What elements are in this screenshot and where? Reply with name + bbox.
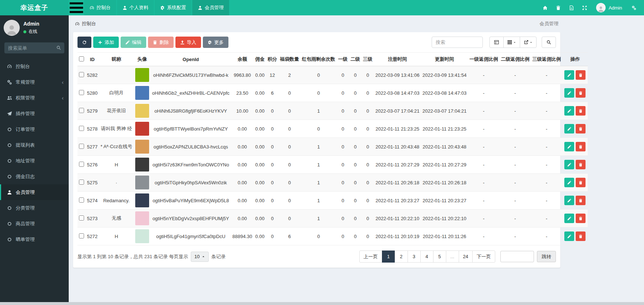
import-button[interactable]: 导入 [175,37,201,48]
edit-button[interactable]: 编辑 [121,37,146,48]
column-header[interactable]: 积分 [266,53,279,66]
edit-row-button[interactable] [564,160,574,169]
row-checkbox[interactable] [79,144,84,149]
delete-row-button[interactable] [576,106,586,116]
column-header[interactable]: 三级返佣比例 [531,53,562,66]
column-header[interactable]: 头像 [134,53,151,66]
column-header[interactable]: 红包雨剩余次数 [300,53,337,66]
delete-row-button[interactable] [576,160,586,169]
page-button-24[interactable]: 24 [459,251,473,263]
table-search-input[interactable] [432,37,483,48]
column-header[interactable]: 福袋数量 [279,53,300,66]
column-header[interactable]: 一级返佣比例 [468,53,499,66]
user-menu[interactable]: Admin [591,3,627,12]
column-header[interactable]: 更新时间 [421,53,468,66]
page-button-2[interactable]: 2 [395,251,408,263]
sidebar-item-晒单管理[interactable]: 晒单管理 [0,231,69,247]
nav-tab-gear[interactable]: 系统配置 [155,0,192,15]
add-button[interactable]: 添加 [93,37,119,48]
page-button-...[interactable]: ... [446,251,459,263]
page-button-5[interactable]: 5 [433,251,446,263]
delete-row-button[interactable] [576,142,586,151]
edit-row-button[interactable] [564,88,574,98]
sidebar-item-佣金日志[interactable]: 佣金日志 [0,169,69,184]
row-checkbox[interactable] [79,72,84,77]
column-header[interactable]: ID [86,53,99,66]
settings-cogs-icon[interactable] [627,0,640,15]
sidebar-search-input[interactable] [4,42,64,53]
table-search-button[interactable] [542,37,556,48]
page-button-1[interactable]: 1 [382,251,395,263]
nav-tab-user[interactable]: 会员管理 [192,0,229,15]
delete-button[interactable]: 删除 [148,37,174,48]
nav-tab-user[interactable]: 个人资料 [117,0,154,15]
column-header[interactable]: 昵称 [99,53,134,66]
edit-row-button[interactable] [564,142,574,151]
delete-row-button[interactable] [576,178,586,187]
nav-tab-tachometer[interactable]: 控制台 [84,0,116,15]
page-button-4[interactable]: 4 [420,251,433,263]
jump-page-input[interactable] [500,251,534,262]
next-page-button[interactable]: 下一页 [472,251,495,263]
prev-page-button[interactable]: 上一页 [359,251,382,263]
search-icon[interactable] [56,45,61,50]
page-button-3[interactable]: 3 [408,251,421,263]
column-header[interactable]: 佣金 [254,53,266,66]
home-icon[interactable] [538,0,552,15]
refresh-button[interactable] [77,37,91,48]
edit-row-button[interactable] [564,124,574,133]
edit-row-button[interactable] [564,196,574,205]
edit-row-button[interactable] [564,178,574,187]
sidebar-item-插件管理[interactable]: 插件管理 [0,106,69,121]
column-header[interactable]: 二级 [349,53,361,66]
sidebar-item-常规管理[interactable]: 常规管理‹ [0,74,69,90]
breadcrumb-left[interactable]: 控制台 [82,20,96,27]
column-header[interactable]: 二级返佣比例 [499,53,531,66]
delete-row-button[interactable] [576,88,586,98]
edit-row-button[interactable] [564,231,574,241]
page-size-dropdown[interactable]: 10 [191,252,209,262]
sidebar-item-地址管理[interactable]: 地址管理 [0,153,69,169]
sidebar-item-会员管理[interactable]: 会员管理 [0,184,69,200]
column-header[interactable]: 三级 [361,53,374,66]
delete-row-button[interactable] [576,70,586,80]
jump-button[interactable]: 跳转 [537,251,556,262]
sidebar-item-控制台[interactable]: 控制台 [0,59,69,74]
delete-row-button[interactable] [576,124,586,133]
column-header[interactable]: 一级 [337,53,349,66]
delete-row-button[interactable] [576,196,586,205]
sidebar-item-提现列表[interactable]: 提现列表 [0,137,69,153]
delete-row-button[interactable] [576,214,586,223]
edit-row-button[interactable] [564,70,574,80]
sidebar-item-分类管理[interactable]: 分类管理 [0,200,69,216]
brand-logo[interactable]: 幸运盒子 [0,0,69,15]
column-header[interactable]: 注册时间 [374,53,421,66]
row-checkbox[interactable] [79,90,84,95]
sidebar-item-商品管理[interactable]: 商品管理 [0,216,69,231]
horizontal-scrollbar[interactable] [0,302,644,305]
more-button[interactable]: 更多 [203,37,228,48]
export-button[interactable] [520,37,537,48]
detail-view-button[interactable] [489,37,504,48]
edit-row-button[interactable] [564,106,574,116]
columns-button[interactable] [503,37,520,48]
sidebar-item-订单管理[interactable]: 订单管理 [0,121,69,137]
row-checkbox[interactable] [79,197,84,203]
delete-row-button[interactable] [576,231,586,241]
trash-icon[interactable] [552,0,565,15]
sidebar-item-权限管理[interactable]: 权限管理‹ [0,90,69,106]
row-checkbox[interactable] [79,215,84,221]
edit-row-button[interactable] [564,214,574,223]
expand-icon[interactable] [578,0,591,15]
column-header[interactable]: 余额 [231,53,254,66]
row-checkbox[interactable] [79,233,84,238]
column-header[interactable]: 操作 [562,53,588,66]
select-all-checkbox[interactable] [79,56,84,61]
row-checkbox[interactable] [79,108,84,113]
row-checkbox[interactable] [79,180,84,185]
row-checkbox[interactable] [79,126,84,131]
column-header[interactable]: OpenId [151,53,231,66]
row-checkbox[interactable] [79,162,84,167]
hamburger-menu-icon[interactable] [69,0,84,15]
file-icon[interactable] [565,0,578,15]
